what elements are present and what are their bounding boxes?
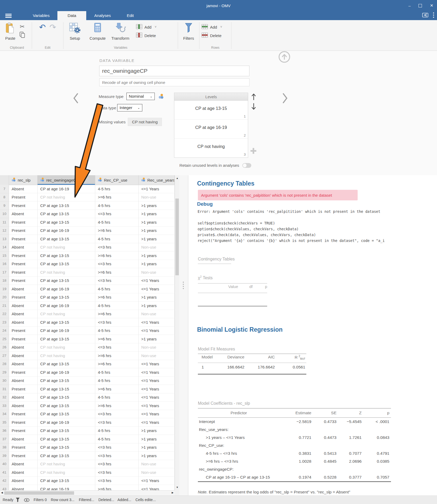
table-cell[interactable]: 4-5 hrs	[95, 235, 139, 243]
table-cell[interactable]: Absent	[9, 302, 38, 310]
add-variable-button[interactable]: Add ˅	[136, 24, 157, 30]
row-number[interactable]: 39	[0, 452, 9, 460]
compute-button[interactable]: Compute	[86, 20, 109, 40]
table-cell[interactable]: 4-5 hrs	[95, 302, 139, 310]
level-row[interactable]: CP at age 16-192	[174, 120, 248, 139]
move-level-down-button[interactable]	[251, 103, 257, 111]
status-filtered[interactable]: Filtered...	[79, 498, 94, 502]
table-cell[interactable]: CP at age 13-15	[38, 410, 95, 418]
tab-variables[interactable]: Variables	[25, 11, 57, 20]
table-cell[interactable]: Present	[9, 293, 38, 302]
table-cell[interactable]: 4-5 hrs	[95, 185, 139, 193]
table-cell[interactable]: >=6 hrs	[95, 268, 139, 277]
row-number[interactable]: 41	[0, 468, 9, 477]
row-number[interactable]: 43	[0, 485, 9, 490]
table-cell[interactable]: <=1 Years	[139, 285, 175, 293]
row-number[interactable]: 13	[0, 235, 9, 243]
table-cell[interactable]: Non-use	[139, 468, 175, 477]
table-cell[interactable]: <=1 Years	[139, 410, 175, 418]
variable-name-input[interactable]	[99, 66, 249, 76]
table-cell[interactable]: Absent	[9, 343, 38, 352]
table-cell[interactable]: Absent	[9, 435, 38, 443]
collapse-editor-button[interactable]	[278, 51, 290, 64]
row-number[interactable]: 24	[0, 327, 9, 335]
scroll-right-icon[interactable]: ▶	[172, 491, 174, 494]
scroll-down-icon[interactable]: ▼	[175, 486, 180, 489]
table-cell[interactable]: Absent	[9, 477, 38, 485]
table-cell[interactable]: Present	[9, 277, 38, 285]
table-cell[interactable]: <=3 hrs	[95, 277, 139, 285]
table-cell[interactable]: CP not having	[38, 310, 95, 318]
table-cell[interactable]: Non-use	[139, 243, 175, 252]
table-cell[interactable]: CP at age 16-19	[38, 418, 95, 427]
table-cell[interactable]: Absent	[9, 468, 38, 477]
table-cell[interactable]: CP at age 13-15	[38, 293, 95, 302]
row-number[interactable]: 22	[0, 310, 9, 318]
table-cell[interactable]: CP at age 13-15	[38, 260, 95, 268]
row-number[interactable]: 29	[0, 368, 9, 377]
row-number[interactable]: 12	[0, 227, 9, 235]
tab-data[interactable]: Data	[57, 11, 86, 20]
horizontal-scroll-thumb[interactable]	[4, 491, 74, 495]
table-cell[interactable]: CP at age 16-19	[38, 285, 95, 293]
table-cell[interactable]: Absent	[9, 352, 38, 360]
row-number[interactable]: 26	[0, 343, 9, 352]
row-number[interactable]: 16	[0, 260, 9, 268]
table-cell[interactable]: >1 years	[139, 210, 175, 218]
table-cell[interactable]: Absent	[9, 485, 38, 490]
cut-button[interactable]: ✂	[19, 23, 26, 30]
table-cell[interactable]: CP at age 13-15	[38, 277, 95, 285]
table-cell[interactable]: Absent	[9, 210, 38, 218]
row-number[interactable]: 34	[0, 410, 9, 418]
results-panel-toggle-icon[interactable]	[422, 13, 429, 19]
filters-button[interactable]: Filters	[178, 20, 199, 40]
row-number[interactable]: 17	[0, 268, 9, 277]
table-cell[interactable]: Present	[9, 410, 38, 418]
status-filter-icon[interactable]	[15, 497, 20, 503]
row-number[interactable]: 40	[0, 460, 9, 469]
table-cell[interactable]: Non-use	[139, 460, 175, 469]
row-number[interactable]: 33	[0, 402, 9, 410]
table-cell[interactable]: CP at age 13-15	[38, 335, 95, 343]
table-cell[interactable]: <=3 hrs	[95, 452, 139, 460]
table-cell[interactable]: CP not having	[38, 268, 95, 277]
vertical-scrollbar[interactable]: ▲ ▼	[175, 175, 179, 490]
table-cell[interactable]: Present	[9, 235, 38, 243]
row-number[interactable]: 37	[0, 435, 9, 443]
table-cell[interactable]: <=3 hrs	[95, 343, 139, 352]
table-cell[interactable]: CP at age 13-15	[38, 385, 95, 393]
table-cell[interactable]: CP not having	[38, 243, 95, 252]
table-cell[interactable]: CP at age 13-15	[38, 235, 95, 243]
row-number[interactable]: 38	[0, 443, 9, 452]
row-number[interactable]: 15	[0, 251, 9, 260]
table-cell[interactable]: >=6 hrs	[95, 485, 139, 490]
table-cell[interactable]: CP at age 13-15	[38, 218, 95, 227]
previous-variable-button[interactable]	[72, 93, 79, 105]
table-cell[interactable]: 4-5 hrs	[95, 368, 139, 377]
scroll-up-icon[interactable]: ▲	[175, 177, 180, 179]
table-cell[interactable]: Present	[9, 452, 38, 460]
table-cell[interactable]: <=3 hrs	[95, 460, 139, 469]
table-cell[interactable]: Non-use	[139, 343, 175, 352]
table-cell[interactable]: >=6 hrs	[95, 251, 139, 260]
table-cell[interactable]: Present	[9, 260, 38, 268]
paste-button[interactable]: Paste	[2, 20, 19, 40]
add-row-button[interactable]: Add ˅	[202, 24, 222, 30]
table-cell[interactable]: CP at age 13-15	[38, 251, 95, 260]
close-button[interactable]: ✕	[430, 3, 433, 8]
table-cell[interactable]: >=6 hrs	[95, 310, 139, 318]
tab-analyses[interactable]: Analyses	[86, 11, 119, 20]
table-cell[interactable]: Present	[9, 335, 38, 343]
table-cell[interactable]: Present	[9, 418, 38, 427]
table-cell[interactable]: CP at age 16-19	[38, 485, 95, 490]
status-cells-edited[interactable]: Cells edite...	[135, 498, 156, 502]
table-cell[interactable]: Present	[9, 193, 38, 202]
table-cell[interactable]: >=6 hrs	[95, 227, 139, 235]
table-cell[interactable]: >=6 hrs	[95, 385, 139, 393]
table-cell[interactable]: Non-use	[139, 310, 175, 318]
table-cell[interactable]: Absent	[9, 185, 38, 193]
table-cell[interactable]: <=3 hrs	[95, 443, 139, 452]
table-cell[interactable]: CP at age 16-19	[38, 327, 95, 335]
table-cell[interactable]: <=3 hrs	[95, 243, 139, 252]
tab-edit[interactable]: Edit	[119, 11, 142, 20]
